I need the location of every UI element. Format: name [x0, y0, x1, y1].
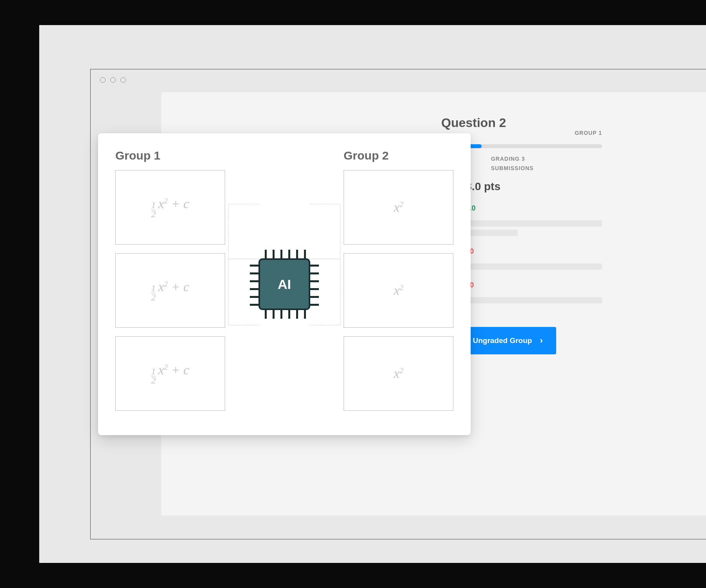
window-dot-icon: [100, 77, 106, 83]
handwritten-math: 12x2 + c: [151, 279, 189, 301]
answer-thumbnail[interactable]: x2: [344, 336, 453, 411]
rubric-description-placeholder: [462, 297, 602, 303]
group-right-title: Group 2: [344, 149, 453, 162]
answer-thumbnail[interactable]: 12x2 + c: [115, 336, 225, 411]
handwritten-math: x2: [394, 283, 403, 298]
group-left-column: Group 1 12x2 + c 12x2 + c 12x2 + c: [115, 149, 225, 419]
stat-line: GRADING 3: [491, 154, 534, 164]
handwritten-math: x2: [394, 200, 403, 215]
ai-chip-icon: AI: [249, 249, 320, 319]
group-tag: GROUP 1: [575, 130, 602, 136]
groups-card: Group 1 12x2 + c 12x2 + c 12x2 + c: [98, 133, 471, 435]
handwritten-math: 12x2 + c: [151, 196, 189, 218]
window-dot-icon: [110, 77, 116, 83]
chip-label: AI: [258, 258, 310, 310]
handwritten-math: x2: [394, 366, 403, 381]
stat-line: SUBMISSIONS: [491, 164, 534, 173]
answer-thumbnail[interactable]: x2: [344, 170, 453, 245]
question-title: Question 2: [441, 116, 602, 130]
chevron-right-icon: ›: [540, 336, 542, 346]
grading-count: GRADING 3 SUBMISSIONS: [491, 154, 534, 173]
window-controls: [91, 69, 706, 91]
group-right-column: Group 2 x2 x2 x2: [344, 149, 453, 419]
page-background: Question 2 GROUP 1 1 OF 4 GRADED GRADING…: [39, 25, 706, 563]
answer-thumbnail[interactable]: 12x2 + c: [115, 170, 225, 245]
rubric-description-placeholder: [462, 220, 602, 236]
group-left-title: Group 1: [115, 149, 225, 162]
rubric-description-placeholder: [462, 263, 602, 270]
ai-chip-column: AI: [244, 149, 325, 419]
handwritten-math: 12x2 + c: [151, 363, 189, 385]
answer-thumbnail[interactable]: 12x2 + c: [115, 253, 225, 328]
answer-thumbnail[interactable]: x2: [344, 253, 453, 328]
window-dot-icon: [120, 77, 126, 83]
